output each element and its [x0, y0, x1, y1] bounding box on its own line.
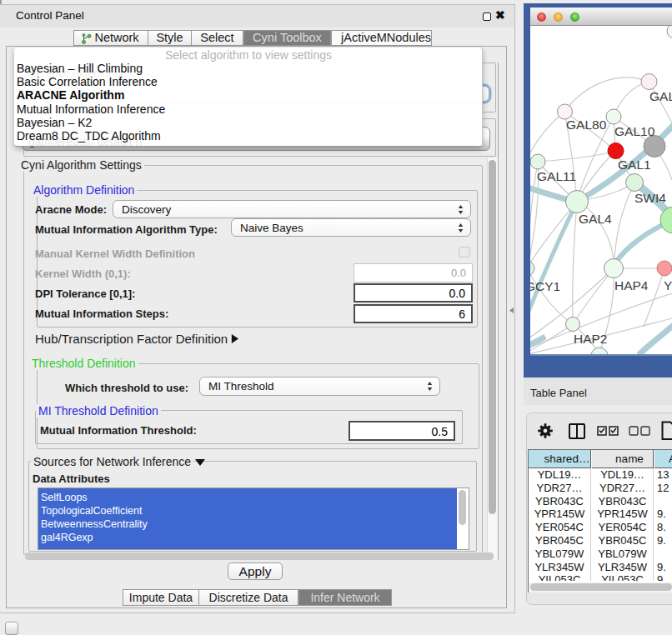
svg-text:GAL4: GAL4 — [579, 212, 612, 226]
svg-text:SWI4: SWI4 — [634, 191, 666, 205]
svg-text:HAP4: HAP4 — [614, 278, 649, 292]
svg-text:GCY1: GCY1 — [530, 279, 560, 293]
svg-text:GAL80: GAL80 — [566, 118, 607, 132]
svg-text:YB: YB — [664, 278, 672, 292]
svg-text:HAP2: HAP2 — [574, 332, 608, 346]
svg-text:GAL11: GAL11 — [537, 169, 576, 183]
svg-text:GAL10: GAL10 — [614, 124, 655, 138]
svg-text:GAL1: GAL1 — [618, 158, 651, 172]
svg-text:GAL7: GAL7 — [649, 89, 672, 103]
